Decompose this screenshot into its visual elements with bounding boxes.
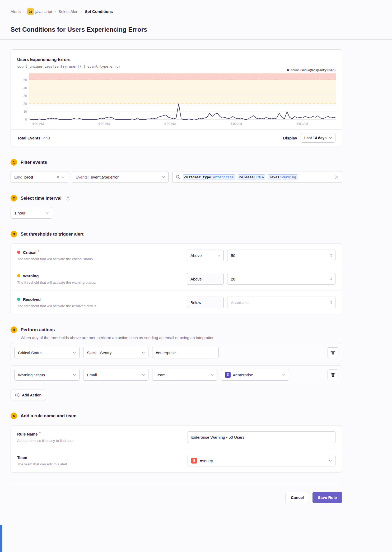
svg-text:4:00 AM: 4:00 AM — [296, 122, 308, 126]
action-row-critical: Critical Status Slack - Sentry — [11, 343, 342, 362]
rule-name-label: Rule Name — [17, 432, 38, 436]
critical-comparison-select[interactable]: Above — [187, 250, 224, 261]
critical-threshold-row: Critical * The threshold that will activ… — [11, 244, 342, 267]
display-label: Display — [283, 136, 297, 140]
step-4-badge: 4 — [11, 326, 17, 333]
resolved-threshold-row: Resolved The threshold that will activat… — [11, 291, 342, 314]
save-rule-button[interactable]: Save Rule — [312, 492, 342, 503]
search-input[interactable]: customer_type:enterprise release:EMEA le… — [172, 171, 342, 183]
step-perform-actions: 4 Perform actions When any of the thresh… — [11, 326, 342, 400]
step-2-badge: 2 — [11, 195, 17, 202]
warning-threshold-row: Warning The threshold that will activate… — [11, 267, 342, 291]
breadcrumb: Alerts › JS javascript › Select Alert › … — [11, 0, 342, 15]
resolved-comparison: Below — [187, 297, 224, 308]
actions-description: When any of the thresholds above are met… — [21, 335, 342, 340]
chevron-down-icon — [142, 352, 145, 354]
chevron-down-icon — [211, 374, 214, 376]
add-action-button[interactable]: Add Action — [11, 390, 46, 400]
chevron-down-icon — [46, 212, 49, 214]
warning-status-dot-icon — [17, 274, 20, 277]
action-service-select[interactable]: Slack - Sentry — [83, 347, 148, 358]
step-thresholds: 3 Set thresholds to trigger alert Critic… — [11, 231, 342, 314]
critical-status-dot-icon — [17, 251, 20, 254]
search-token[interactable]: level:warning — [268, 174, 297, 180]
help-icon[interactable]: ? — [66, 196, 70, 200]
chevron-down-icon — [217, 255, 220, 256]
required-marker: * — [39, 431, 41, 435]
cancel-button[interactable]: Cancel — [286, 492, 309, 503]
step-1-title: Filter events — [21, 160, 47, 165]
chevron-down-icon — [62, 176, 64, 178]
action-status-select[interactable]: Critical Status — [14, 347, 80, 358]
action-target-type-select[interactable]: Team — [152, 369, 217, 381]
chevron-right-icon: › — [23, 10, 24, 13]
step-time-interval: 2 Select time interval ? 1 hour — [11, 195, 342, 219]
team-label: Team — [17, 455, 27, 460]
breadcrumb-set-conditions: Set Conditions — [85, 9, 113, 14]
rule-name-row: Rule Name * Add a name so it's easy to f… — [11, 425, 342, 449]
resolved-label: Resolved — [23, 297, 41, 302]
search-icon — [176, 175, 180, 179]
svg-text:4:00 AM: 4:00 AM — [164, 122, 176, 126]
step-1-badge: 1 — [11, 159, 17, 166]
resolved-status-dot-icon — [17, 298, 20, 301]
step-5-title: Add a rule name and team — [21, 413, 77, 419]
breadcrumb-alerts[interactable]: Alerts — [11, 9, 21, 14]
clear-search-icon[interactable] — [335, 175, 338, 179]
total-events-label: Total Events — [17, 136, 40, 140]
team-select[interactable]: S #sentry — [188, 455, 335, 466]
action-service-select[interactable]: Email — [83, 369, 148, 381]
trash-icon — [331, 373, 335, 377]
environment-filter[interactable]: Env: prod — [11, 171, 68, 183]
rule-name-input[interactable] — [188, 431, 335, 443]
action-status-select[interactable]: Warning Status — [14, 369, 80, 381]
chart-panel: Users Experiencing Errors count_unique(t… — [11, 49, 342, 147]
svg-text:50: 50 — [24, 78, 27, 82]
page-title: Set Conditions for Users Experiencing Er… — [11, 26, 342, 33]
svg-text:10: 10 — [24, 110, 27, 114]
time-interval-dropdown[interactable]: 1 hour — [11, 207, 52, 219]
left-edge-accent — [0, 525, 2, 552]
team-description: The team that can edit this alert. — [17, 462, 188, 466]
action-team-select[interactable]: E #enterprise — [221, 369, 289, 381]
delete-action-button[interactable] — [328, 369, 338, 380]
step-3-badge: 3 — [11, 231, 17, 237]
chart-svg: 010203040504:00 AM4:00 AM4:00 AM4:00 AM4… — [17, 73, 336, 126]
required-marker: * — [38, 250, 39, 254]
critical-threshold-input[interactable] — [227, 250, 335, 261]
step-4-title: Perform actions — [21, 327, 55, 333]
action-row-warning: Warning Status Email Team E #enterprise — [11, 365, 342, 384]
trash-icon — [331, 350, 335, 355]
chevron-down-icon — [142, 374, 145, 376]
chevron-down-icon — [73, 374, 76, 376]
search-token[interactable]: release:EMEA — [238, 174, 265, 180]
breadcrumb-project[interactable]: JS javascript — [27, 8, 52, 15]
javascript-project-icon: JS — [27, 8, 34, 15]
chevron-right-icon: › — [55, 10, 56, 13]
display-range-dropdown[interactable]: Last 14 days — [301, 133, 335, 143]
plus-circle-icon — [15, 393, 20, 397]
delete-action-button[interactable] — [328, 347, 338, 358]
svg-text:40: 40 — [24, 86, 27, 90]
form-footer: Cancel Save Rule — [11, 485, 342, 503]
breadcrumb-select-alert[interactable]: Select Alert — [58, 9, 78, 14]
clear-environment-icon[interactable] — [57, 176, 59, 179]
warning-comparison: Above — [187, 273, 224, 285]
warning-description: The threshold that will activate the war… — [17, 280, 187, 284]
team-avatar: E — [225, 372, 231, 378]
chevron-down-icon — [329, 137, 332, 139]
team-avatar: S — [191, 458, 197, 464]
events-filter-dropdown[interactable]: Events: event.type:error — [72, 171, 169, 183]
critical-label: Critical — [23, 250, 36, 255]
resolved-description: The threshold that will activate the res… — [17, 304, 187, 308]
chevron-down-icon — [282, 374, 285, 376]
search-token[interactable]: customer_type:enterprise — [183, 174, 235, 180]
resolved-threshold-input[interactable] — [227, 297, 335, 308]
step-2-title: Select time interval — [21, 196, 62, 201]
chart-query: count_unique(tags[sentry:user]) | event.… — [17, 64, 335, 68]
warning-label: Warning — [23, 274, 39, 278]
action-channel-input[interactable] — [152, 347, 219, 358]
warning-threshold-input[interactable] — [227, 273, 335, 285]
svg-text:4:00 AM: 4:00 AM — [32, 122, 44, 126]
svg-text:0: 0 — [25, 118, 27, 121]
